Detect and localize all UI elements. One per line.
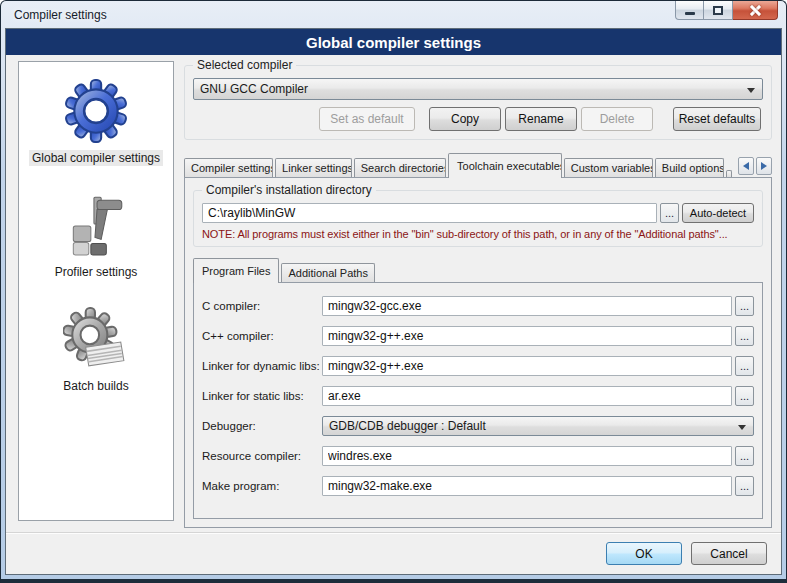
debugger-dropdown[interactable]: GDB/CDB debugger : Default	[322, 416, 754, 436]
installation-directory-group: Compiler's installation directory ... Au…	[193, 190, 763, 247]
tab-build-options[interactable]: Build options	[655, 158, 725, 177]
close-icon	[749, 4, 761, 16]
tab-toolchain-executables[interactable]: Toolchain executables	[448, 153, 562, 178]
caption-buttons	[675, 1, 778, 20]
rename-button[interactable]: Rename	[505, 107, 577, 131]
blue-gear-icon	[63, 78, 129, 144]
field-row-cpp-compiler: C++ compiler: ...	[202, 326, 754, 346]
subtab-program-files[interactable]: Program Files	[193, 258, 279, 283]
tab-scroll-left-button[interactable]	[738, 157, 754, 175]
linker-static-browse-button[interactable]: ...	[735, 386, 754, 406]
linker-dynamic-browse-button[interactable]: ...	[735, 356, 754, 376]
window-title: Compiler settings	[14, 8, 107, 22]
content: Global compiler settings Profiler settin…	[6, 55, 781, 532]
field-label: Make program:	[202, 480, 322, 492]
sidebar-item-profiler-settings[interactable]: Profiler settings	[52, 192, 141, 280]
minimize-button[interactable]	[675, 1, 704, 20]
sidebar-item-batch-builds[interactable]: Batch builds	[60, 306, 131, 394]
selected-compiler-group: Selected compiler GNU GCC Compiler Set a…	[184, 65, 772, 140]
sidebar-item-global-compiler-settings[interactable]: Global compiler settings	[29, 78, 163, 166]
program-files-tabbar: Program Files Additional Paths	[193, 259, 763, 282]
linker-dynamic-input[interactable]	[322, 356, 732, 376]
main-panel: Selected compiler GNU GCC Compiler Set a…	[184, 61, 772, 528]
make-program-input[interactable]	[322, 476, 732, 496]
chevron-down-icon	[747, 88, 755, 93]
delete-button[interactable]: Delete	[581, 107, 653, 131]
set-as-default-button[interactable]: Set as default	[319, 107, 415, 131]
tab-search-directories[interactable]: Search directories	[354, 158, 446, 177]
field-label: Debugger:	[202, 420, 322, 432]
sidebar-item-label: Profiler settings	[52, 264, 141, 280]
c-compiler-browse-button[interactable]: ...	[735, 296, 754, 316]
debugger-value: GDB/CDB debugger : Default	[329, 419, 486, 433]
subtab-additional-paths[interactable]: Additional Paths	[281, 263, 375, 282]
page-title: Global compiler settings	[306, 34, 481, 51]
maximize-button[interactable]	[704, 1, 733, 20]
tab-scroll-right-button[interactable]	[756, 157, 772, 175]
tab-scroll-arrows	[738, 157, 772, 175]
page-header: Global compiler settings	[6, 29, 781, 55]
copy-button[interactable]: Copy	[429, 107, 501, 131]
gray-gear-stack-icon	[63, 306, 129, 372]
maximize-icon	[713, 6, 723, 15]
ok-button[interactable]: OK	[606, 542, 682, 565]
titlebar[interactable]: Compiler settings	[1, 1, 786, 28]
right-triangle-icon	[761, 162, 767, 170]
field-row-c-compiler: C compiler: ...	[202, 296, 754, 316]
tab-linker-settings[interactable]: Linker settings	[275, 158, 352, 177]
field-label: Linker for static libs:	[202, 390, 322, 402]
tab-partial[interactable]	[726, 170, 732, 177]
field-row-linker-dynamic: Linker for dynamic libs: ...	[202, 356, 754, 376]
toolchain-executables-page: Compiler's installation directory ... Au…	[184, 177, 772, 528]
resource-compiler-browse-button[interactable]: ...	[735, 446, 754, 466]
auto-detect-button[interactable]: Auto-detect	[682, 203, 754, 223]
left-triangle-icon	[743, 162, 749, 170]
caliper-blocks-icon	[63, 192, 129, 258]
selected-compiler-dropdown[interactable]: GNU GCC Compiler	[193, 78, 763, 100]
dialog-footer: OK Cancel	[6, 532, 781, 574]
installation-directory-input[interactable]	[202, 203, 657, 223]
chevron-down-icon	[738, 425, 746, 430]
dialog-client-area: Global compiler settings	[5, 28, 782, 575]
selected-compiler-group-label: Selected compiler	[193, 58, 296, 72]
field-row-debugger: Debugger: GDB/CDB debugger : Default	[202, 416, 754, 436]
cancel-button[interactable]: Cancel	[691, 542, 767, 565]
field-label: C compiler:	[202, 300, 322, 312]
compiler-settings-dialog: Compiler settings Global compiler settin…	[0, 0, 787, 583]
compiler-buttons-row: Set as default Copy Rename Delete Reset …	[193, 107, 763, 131]
c-compiler-input[interactable]	[322, 296, 732, 316]
field-row-resource-compiler: Resource compiler: ...	[202, 446, 754, 466]
installation-directory-group-label: Compiler's installation directory	[202, 183, 376, 197]
resource-compiler-input[interactable]	[322, 446, 732, 466]
sidebar-item-label: Batch builds	[60, 378, 131, 394]
field-label: Resource compiler:	[202, 450, 322, 462]
field-row-make-program: Make program: ...	[202, 476, 754, 496]
cpp-compiler-input[interactable]	[322, 326, 732, 346]
linker-static-input[interactable]	[322, 386, 732, 406]
tab-compiler-settings[interactable]: Compiler settings	[184, 158, 273, 177]
field-label: C++ compiler:	[202, 330, 322, 342]
installation-directory-browse-button[interactable]: ...	[660, 203, 679, 223]
settings-tabbar: Compiler settings Linker settings Search…	[184, 152, 772, 177]
field-row-linker-static: Linker for static libs: ...	[202, 386, 754, 406]
selected-compiler-value: GNU GCC Compiler	[200, 82, 308, 96]
tab-custom-variables[interactable]: Custom variables	[564, 158, 653, 177]
field-label: Linker for dynamic libs:	[202, 360, 322, 372]
sidebar-item-label: Global compiler settings	[29, 150, 163, 166]
close-button[interactable]	[733, 1, 778, 20]
minimize-icon	[685, 12, 695, 15]
settings-sidebar: Global compiler settings Profiler settin…	[18, 61, 174, 521]
cpp-compiler-browse-button[interactable]: ...	[735, 326, 754, 346]
program-files-page: C compiler: ... C++ compiler: ... Linker…	[193, 282, 763, 519]
note-text: NOTE: All programs must exist either in …	[202, 228, 754, 240]
make-program-browse-button[interactable]: ...	[735, 476, 754, 496]
reset-defaults-button[interactable]: Reset defaults	[673, 107, 761, 131]
installation-directory-row: ... Auto-detect	[202, 203, 754, 223]
